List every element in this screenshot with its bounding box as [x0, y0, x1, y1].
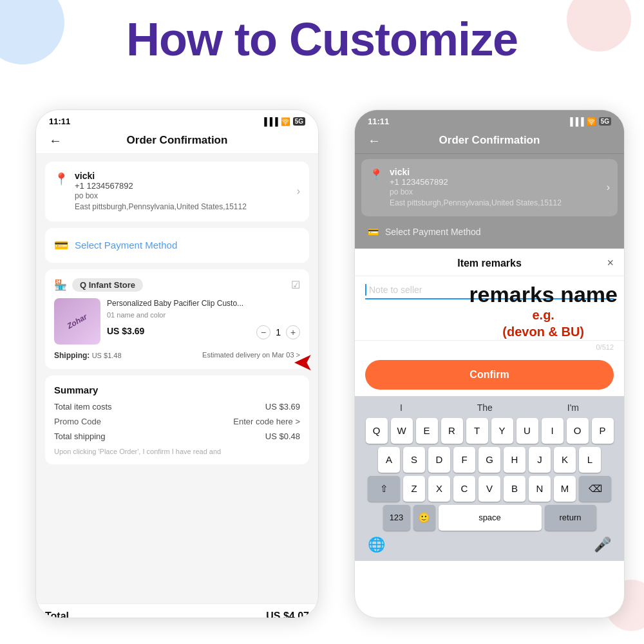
- right-time: 11:11: [368, 117, 389, 126]
- key-p[interactable]: P: [592, 418, 614, 444]
- keyboard-bottom-row: 123 🙂 space return: [357, 505, 621, 531]
- left-back-button[interactable]: ←: [49, 133, 62, 148]
- left-phone-content: 📍 vicki +1 1234567892 po box East pittsb…: [36, 154, 318, 603]
- key-emoji[interactable]: 🙂: [413, 505, 435, 531]
- deco-circle-topright: [567, 0, 631, 52]
- left-nav-title: Order Confirmation: [127, 134, 228, 147]
- key-r[interactable]: R: [441, 418, 463, 444]
- key-u[interactable]: U: [516, 418, 538, 444]
- right-address-line2: East pittsburgh,Pennsylvania,United Stat…: [390, 198, 600, 209]
- key-d[interactable]: D: [428, 447, 450, 473]
- key-123[interactable]: 123: [383, 505, 410, 531]
- key-space[interactable]: space: [439, 505, 542, 531]
- red-arrow-icon: ➤: [293, 348, 314, 376]
- right-address-name: vicki: [390, 167, 600, 177]
- summary-card: Summary Total item costs US $3.69 Promo …: [45, 375, 309, 464]
- left-phone: 11:11 ▐▐▐ 🛜 5G ← Order Confirmation 📍 vi…: [35, 109, 319, 618]
- key-return[interactable]: return: [545, 505, 596, 531]
- summary-promo[interactable]: Promo Code Enter code here >: [54, 417, 300, 426]
- remarks-overlay-text: remarks name e.g. (devon & BU): [469, 283, 618, 340]
- confirm-button[interactable]: Confirm: [365, 360, 614, 390]
- promo-value: Enter code here >: [233, 417, 300, 426]
- right-wifi-icon: 🛜: [587, 117, 596, 126]
- key-o[interactable]: O: [567, 418, 589, 444]
- shipping-total-value: US $0.48: [265, 431, 300, 441]
- qty-number: 1: [276, 327, 281, 337]
- right-nav-bar: ← Order Confirmation: [355, 130, 624, 154]
- product-image: Zohar: [54, 298, 100, 345]
- key-x[interactable]: X: [428, 476, 450, 502]
- 5g-icon: 5G: [293, 117, 305, 126]
- total-value: US $4.07: [266, 611, 309, 618]
- summary-title: Summary: [54, 384, 300, 395]
- key-q[interactable]: Q: [366, 418, 388, 444]
- payment-icon: 💳: [54, 238, 68, 252]
- store-icon: 🏪: [54, 279, 67, 291]
- shipping-cost: US $1.48: [92, 352, 122, 359]
- product-info: Personalized Baby Pacifier Clip Custo...…: [107, 298, 300, 340]
- key-s[interactable]: S: [403, 447, 425, 473]
- key-f[interactable]: F: [453, 447, 475, 473]
- keyboard-row3: ⇧ Z X C V B N M ⌫: [357, 476, 621, 502]
- mic-icon[interactable]: 🎤: [594, 536, 611, 553]
- keyboard-suggestions: I The I'm: [357, 400, 621, 418]
- remarks-name-big: remarks name: [469, 283, 618, 307]
- shipping-total-label: Total shipping: [54, 431, 106, 441]
- key-a[interactable]: A: [378, 447, 400, 473]
- suggestion-im[interactable]: I'm: [567, 402, 579, 413]
- product-row: Zohar Personalized Baby Pacifier Clip Cu…: [54, 298, 300, 345]
- shipping-estimate: Estimated delivery on Mar 03 >: [202, 351, 300, 359]
- key-t[interactable]: T: [466, 418, 488, 444]
- shipping-label: Shipping:: [54, 351, 90, 360]
- key-g[interactable]: G: [478, 447, 500, 473]
- key-w[interactable]: W: [391, 418, 413, 444]
- key-y[interactable]: Y: [491, 418, 513, 444]
- item-costs-value: US $3.69: [265, 402, 300, 412]
- right-address-line1: po box: [390, 187, 600, 198]
- key-delete[interactable]: ⌫: [579, 476, 611, 502]
- text-cursor: [365, 284, 366, 296]
- key-j[interactable]: J: [529, 447, 551, 473]
- suggestion-i[interactable]: I: [400, 402, 402, 413]
- keyboard-row1: Q W E R T Y U I O P: [357, 418, 621, 444]
- total-label: Total: [45, 611, 69, 618]
- address-card: 📍 vicki +1 1234567892 po box East pittsb…: [45, 162, 309, 222]
- keyboard-row2: A S D F G H J K L: [357, 447, 621, 473]
- key-m[interactable]: M: [554, 476, 576, 502]
- product-variant: 01 name and color: [107, 311, 300, 319]
- char-count: 0/512: [355, 341, 624, 354]
- main-title: How to Customize: [126, 13, 518, 66]
- key-b[interactable]: B: [504, 476, 526, 502]
- qty-increase[interactable]: +: [286, 325, 300, 339]
- location-icon: 📍: [54, 172, 68, 186]
- key-i[interactable]: I: [542, 418, 564, 444]
- remarks-header: Item remarks ×: [355, 249, 624, 276]
- address-arrow-icon[interactable]: ›: [297, 185, 300, 197]
- store-name: Q Infant Store: [72, 278, 143, 292]
- left-nav-bar: ← Order Confirmation: [36, 130, 318, 154]
- key-h[interactable]: H: [504, 447, 526, 473]
- key-l[interactable]: L: [579, 447, 601, 473]
- suggestion-the[interactable]: The: [477, 402, 493, 413]
- globe-icon[interactable]: 🌐: [368, 536, 385, 553]
- right-status-icons: ▐▐▐ 🛜 5G: [567, 117, 611, 126]
- qty-decrease[interactable]: −: [256, 325, 270, 339]
- right-address-details: vicki +1 1234567892 po box East pittsbur…: [390, 167, 600, 209]
- payment-card[interactable]: 💳 Select Payment Method: [45, 228, 309, 263]
- key-n[interactable]: N: [529, 476, 551, 502]
- right-back-button[interactable]: ←: [368, 133, 381, 148]
- key-e[interactable]: E: [416, 418, 438, 444]
- product-price: US $3.69: [107, 326, 144, 336]
- key-shift[interactable]: ⇧: [368, 476, 400, 502]
- right-location-icon: 📍: [369, 168, 383, 182]
- right-address-arrow[interactable]: ›: [607, 182, 610, 193]
- edit-icon[interactable]: ☑: [291, 279, 300, 291]
- key-k[interactable]: K: [554, 447, 576, 473]
- qty-control: − 1 +: [256, 325, 300, 339]
- shipping-row: Shipping: US $1.48 Estimated delivery on…: [54, 351, 300, 360]
- key-z[interactable]: Z: [403, 476, 425, 502]
- key-c[interactable]: C: [453, 476, 475, 502]
- remarks-close-button[interactable]: ×: [607, 256, 614, 270]
- item-remarks-modal: Item remarks × Note to seller remarks na…: [355, 249, 624, 561]
- key-v[interactable]: V: [478, 476, 500, 502]
